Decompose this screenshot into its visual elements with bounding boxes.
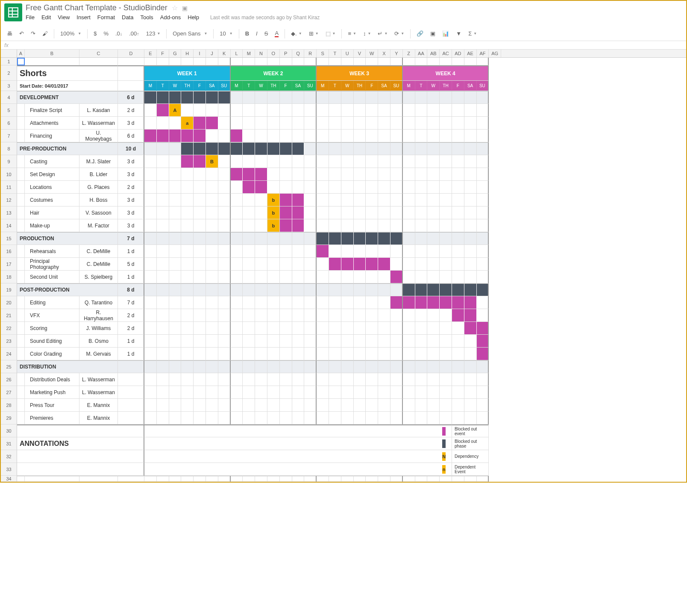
menu-edit[interactable]: Edit [41,14,51,21]
col-header[interactable]: V [354,50,366,57]
gantt-cell[interactable] [206,348,218,360]
gantt-cell[interactable] [181,155,194,168]
gantt-cell[interactable] [280,117,292,130]
gantt-cell[interactable] [452,335,464,348]
gantt-cell[interactable] [452,322,464,335]
gantt-cell[interactable] [157,283,169,296]
col-header[interactable]: W [366,50,378,57]
gantt-cell[interactable] [378,91,390,104]
gantt-cell[interactable] [477,130,489,142]
gantt-cell[interactable] [243,412,255,424]
gantt-cell[interactable] [255,142,267,155]
gantt-cell[interactable] [403,104,415,117]
gantt-cell[interactable] [304,181,317,194]
gantt-cell[interactable] [292,476,305,482]
gantt-cell[interactable] [390,373,403,386]
gantt-cell[interactable] [427,168,440,181]
gantt-cell[interactable] [440,258,452,271]
gantt-cell[interactable] [477,348,489,360]
gantt-cell[interactable] [464,335,477,348]
gantt-cell[interactable] [329,142,341,155]
gantt-cell[interactable] [231,322,243,335]
gantt-cell[interactable] [255,360,267,373]
gantt-cell[interactable] [477,373,489,386]
gantt-cell[interactable] [181,322,194,335]
cell[interactable] [25,58,79,65]
gantt-cell[interactable] [452,206,464,219]
gantt-cell[interactable] [329,232,341,245]
task-name[interactable]: VFX [25,309,79,322]
gantt-cell[interactable] [390,155,403,168]
cell[interactable] [17,271,25,283]
gantt-cell[interactable] [292,91,305,104]
gantt-cell[interactable] [378,155,390,168]
gantt-cell[interactable] [440,309,452,322]
gantt-cell[interactable] [354,232,366,245]
row-header[interactable]: 16 [1,245,17,258]
gantt-cell[interactable] [427,232,440,245]
gantt-cell[interactable] [243,309,255,322]
gantt-cell[interactable] [366,206,378,219]
gantt-cell[interactable] [144,91,157,104]
row-header[interactable]: 12 [1,194,17,206]
gantt-cell[interactable] [354,309,366,322]
cell[interactable] [17,155,25,168]
gantt-cell[interactable] [378,258,390,271]
gantt-cell[interactable] [366,219,378,232]
gantt-cell[interactable] [477,412,489,424]
gantt-cell[interactable] [440,155,452,168]
folder-icon[interactable]: ▣ [182,5,188,12]
gantt-cell[interactable] [194,412,206,424]
gantt-cell[interactable] [255,348,267,360]
gantt-cell[interactable] [354,335,366,348]
gantt-cell[interactable] [317,271,329,283]
gantt-cell[interactable] [341,155,354,168]
gantt-cell[interactable] [317,104,329,117]
gantt-cell[interactable] [255,309,267,322]
gantt-cell[interactable] [255,219,267,232]
gantt-cell[interactable] [464,194,477,206]
task-name[interactable]: Distribution Deals [25,373,79,386]
project-title[interactable]: Shorts [17,65,118,81]
gantt-cell[interactable] [267,386,280,399]
gantt-cell[interactable] [366,296,378,309]
gantt-cell[interactable] [341,322,354,335]
gantt-cell[interactable] [181,335,194,348]
gantt-cell[interactable] [427,58,440,65]
gantt-cell[interactable] [403,476,415,482]
cell[interactable] [118,81,144,91]
gantt-cell[interactable] [403,283,415,296]
task-owner[interactable]: U. Moneybags [79,130,118,142]
gantt-cell[interactable] [267,360,280,373]
gantt-cell[interactable] [243,130,255,142]
gantt-cell[interactable] [292,373,305,386]
gantt-cell[interactable] [280,283,292,296]
col-header[interactable]: T [329,50,341,57]
gantt-cell[interactable] [194,360,206,373]
gantt-cell[interactable] [452,181,464,194]
gantt-cell[interactable] [464,348,477,360]
task-duration[interactable]: 1 d [118,271,144,283]
gantt-cell[interactable] [378,296,390,309]
gantt-cell[interactable] [354,296,366,309]
gantt-cell[interactable] [378,194,390,206]
gantt-cell[interactable] [477,476,489,482]
task-owner[interactable]: B. Lider [79,168,118,181]
gantt-cell[interactable] [267,245,280,258]
gantt-cell[interactable] [390,117,403,130]
gantt-cell[interactable] [292,219,305,232]
gantt-cell[interactable] [452,130,464,142]
gantt-cell[interactable] [415,309,428,322]
gantt-cell[interactable] [243,155,255,168]
gantt-cell[interactable] [354,91,366,104]
gantt-cell[interactable] [341,386,354,399]
gantt-cell[interactable] [390,309,403,322]
row-header[interactable]: 10 [1,168,17,181]
task-duration[interactable] [118,386,144,399]
task-name[interactable]: Color Grading [25,348,79,360]
gantt-cell[interactable] [181,219,194,232]
text-color-icon[interactable]: A [272,28,281,39]
gantt-cell[interactable] [194,58,206,65]
cell[interactable] [118,476,144,482]
doc-title[interactable]: Free Gantt Chart Template - StudioBinder… [26,3,683,12]
